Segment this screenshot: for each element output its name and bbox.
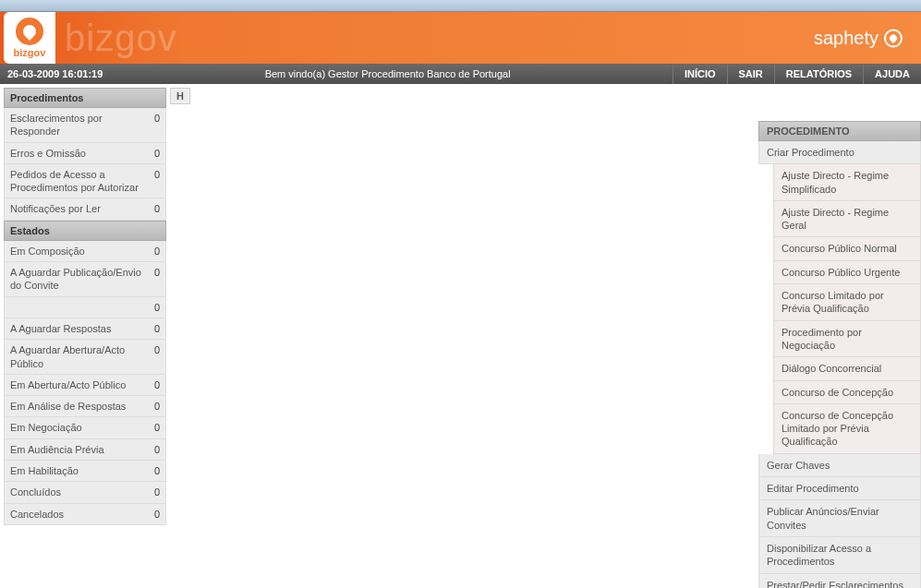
item-label: Concluídos (10, 486, 145, 498)
topbar: 26-03-2009 16:01:19 Bem vindo(a) Gestor … (0, 64, 921, 84)
sidebar-right: PROCEDIMENTO Criar Procedimento Ajuste D… (758, 84, 921, 588)
criar-sub-item[interactable]: Procedimento por Negociação (773, 321, 921, 358)
procedimentos-item[interactable]: Esclarecimentos por Responder0 (4, 108, 166, 143)
criar-procedimento[interactable]: Criar Procedimento (758, 141, 921, 164)
sidebar-left: Procedimentos Esclarecimentos por Respon… (0, 84, 166, 525)
estados-item[interactable]: A Aguardar Respostas0 (4, 318, 166, 340)
criar-sub-item[interactable]: Concurso Público Urgente (773, 261, 921, 284)
logo-text: bizgov (14, 47, 46, 58)
procedimentos-item[interactable]: Pedidos de Acesso a Procedimentos por Au… (4, 164, 166, 199)
estados-item[interactable]: Em Análise de Respostas0 (4, 396, 166, 417)
welcome-message: Bem vindo(a) Gestor Procedimento Banco d… (103, 68, 673, 79)
nav-inicio[interactable]: INÍCIO (673, 64, 727, 84)
procedimentos-item[interactable]: Erros e Omissão0 (4, 143, 166, 164)
brand-label: saphety (814, 28, 879, 49)
procedimentos-list: Esclarecimentos por Responder0Erros e Om… (4, 108, 166, 221)
procedimentos-item[interactable]: Notificações por Ler0 (4, 198, 166, 220)
breadcrumb[interactable]: H (170, 88, 190, 104)
timestamp: 26-03-2009 16:01:19 (0, 68, 103, 79)
item-label: Em Habilitação (10, 464, 145, 477)
brand-icon (884, 29, 903, 47)
item-label: Em Abertura/Acto Público (10, 378, 145, 391)
item-label: Pedidos de Acesso a Procedimentos por Au… (10, 168, 145, 195)
procedimento-action[interactable]: Editar Procedimento (758, 477, 921, 500)
item-count: 0 (145, 464, 160, 477)
item-label: Em Composição (10, 245, 145, 258)
item-count: 0 (145, 168, 160, 195)
item-label: A Aguardar Respostas (10, 322, 145, 335)
item-count: 0 (145, 266, 160, 293)
estados-item[interactable]: Em Abertura/Acto Público0 (4, 375, 166, 396)
estados-list: Em Composição0A Aguardar Publicação/Envi… (4, 241, 166, 525)
estados-item[interactable]: Cancelados0 (4, 504, 166, 525)
estados-item[interactable]: Em Habilitação0 (4, 461, 166, 482)
item-count: 0 (145, 112, 160, 138)
item-count: 0 (145, 301, 160, 314)
main-area: H (166, 84, 758, 108)
estados-header: Estados (4, 221, 166, 241)
item-count: 0 (145, 443, 160, 456)
nav-sair[interactable]: SAIR (727, 64, 774, 84)
procedimento-action[interactable]: Disponibilizar Acesso a Procedimentos (758, 537, 921, 574)
item-count: 0 (145, 202, 160, 215)
browser-chrome (0, 0, 921, 12)
item-count: 0 (145, 486, 160, 498)
procedimento-action[interactable]: Gerar Chaves (758, 454, 921, 477)
header-banner: bizgov bizgov saphety (0, 12, 921, 64)
watermark: bizgov (65, 18, 177, 59)
top-nav: INÍCIO SAIR RELATÓRIOS AJUDA (673, 64, 921, 84)
estados-item[interactable]: Em Negociação0 (4, 417, 166, 438)
procedimentos-header: Procedimentos (4, 88, 166, 108)
procedimento-actions: Gerar ChavesEditar ProcedimentoPublicar … (758, 454, 921, 588)
item-label: Erros e Omissão (10, 147, 145, 160)
estados-item[interactable]: Concluídos0 (4, 482, 166, 503)
estados-item[interactable]: Em Composição0 (4, 241, 166, 262)
item-label: Notificações por Ler (10, 202, 145, 215)
item-label: Em Negociação (10, 421, 145, 434)
brand-saphety: saphety (814, 28, 903, 49)
nav-ajuda[interactable]: AJUDA (863, 64, 921, 84)
logo-icon (16, 18, 43, 45)
criar-sub-item[interactable]: Concurso de Concepção Limitado por Prévi… (773, 404, 921, 454)
criar-sub-item[interactable]: Concurso Limitado por Prévia Qualificaçã… (773, 284, 921, 321)
item-label: Em Análise de Respostas (10, 400, 145, 413)
criar-sub-item[interactable]: Concurso Público Normal (773, 237, 921, 260)
criar-sub-item[interactable]: Concurso de Concepção (773, 381, 921, 404)
item-count: 0 (145, 147, 160, 160)
item-label: A Aguardar Publicação/Envio do Convite (10, 266, 145, 293)
estados-item[interactable]: Em Audiência Prévia0 (4, 439, 166, 461)
criar-sub-item[interactable]: Ajuste Directo - Regime Geral (773, 201, 921, 238)
item-label: Esclarecimentos por Responder (10, 112, 145, 138)
item-label: A Aguardar Abertura/Acto Público (10, 343, 145, 370)
item-count: 0 (145, 245, 160, 258)
estados-item-extra[interactable]: 0 (4, 297, 166, 318)
estados-item[interactable]: A Aguardar Publicação/Envio do Convite0 (4, 262, 166, 297)
criar-sub-item[interactable]: Diálogo Concorrencial (773, 357, 921, 380)
procedimento-menu-header: PROCEDIMENTO (758, 121, 921, 141)
procedimento-action[interactable]: Prestar/Pedir Esclarecimentos (758, 574, 921, 588)
item-count: 0 (145, 421, 160, 434)
logo-bizgov: bizgov (4, 12, 55, 64)
item-count: 0 (145, 378, 160, 391)
estados-item[interactable]: A Aguardar Abertura/Acto Público0 (4, 340, 166, 375)
criar-sub-item[interactable]: Ajuste Directo - Regime Simplificado (773, 164, 921, 201)
item-count: 0 (145, 508, 160, 521)
item-label: Cancelados (10, 508, 145, 521)
item-label: Em Audiência Prévia (10, 443, 145, 456)
procedimento-action[interactable]: Publicar Anúncios/Enviar Convites (758, 500, 921, 537)
item-count: 0 (145, 343, 160, 370)
item-count: 0 (145, 400, 160, 413)
item-count: 0 (145, 322, 160, 335)
criar-submenu: Ajuste Directo - Regime SimplificadoAjus… (758, 164, 921, 453)
nav-relatorios[interactable]: RELATÓRIOS (774, 64, 863, 84)
